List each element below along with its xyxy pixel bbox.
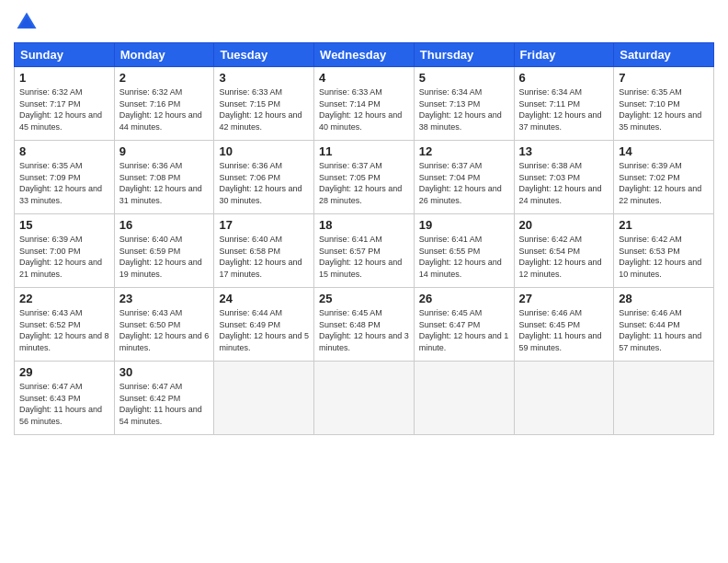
cell-details: Sunrise: 6:35 AMSunset: 7:09 PMDaylight:… — [19, 161, 102, 205]
day-number: 26 — [419, 292, 509, 305]
calendar-cell: 11 Sunrise: 6:37 AMSunset: 7:05 PMDaylig… — [314, 141, 415, 214]
calendar-week-2: 8 Sunrise: 6:35 AMSunset: 7:09 PMDayligh… — [15, 141, 714, 214]
calendar-cell: 24 Sunrise: 6:44 AMSunset: 6:49 PMDaylig… — [214, 288, 314, 362]
day-number: 11 — [319, 144, 409, 158]
cell-details: Sunrise: 6:47 AMSunset: 6:42 PMDaylight:… — [119, 382, 202, 426]
cell-details: Sunrise: 6:47 AMSunset: 6:43 PMDaylight:… — [19, 382, 102, 426]
logo-icon — [14, 9, 40, 35]
calendar-cell: 20 Sunrise: 6:42 AMSunset: 6:54 PMDaylig… — [514, 214, 614, 288]
cell-details: Sunrise: 6:36 AMSunset: 7:06 PMDaylight:… — [219, 161, 301, 205]
day-number: 4 — [319, 71, 409, 85]
day-number: 20 — [519, 218, 609, 232]
calendar-cell: 29 Sunrise: 6:47 AMSunset: 6:43 PMDaylig… — [15, 362, 115, 435]
day-number: 9 — [119, 144, 210, 158]
cell-details: Sunrise: 6:35 AMSunset: 7:10 PMDaylight:… — [619, 87, 701, 132]
calendar-cell: 3 Sunrise: 6:33 AMSunset: 7:15 PMDayligh… — [214, 67, 314, 141]
cell-details: Sunrise: 6:38 AMSunset: 7:03 PMDaylight:… — [519, 161, 602, 205]
day-number: 10 — [219, 144, 309, 158]
day-number: 13 — [519, 144, 609, 158]
day-number: 2 — [119, 71, 210, 85]
calendar-cell: 30 Sunrise: 6:47 AMSunset: 6:42 PMDaylig… — [114, 362, 214, 435]
cell-details: Sunrise: 6:44 AMSunset: 6:49 PMDaylight:… — [219, 308, 309, 352]
day-number: 7 — [619, 71, 709, 85]
calendar-cell: 16 Sunrise: 6:40 AMSunset: 6:59 PMDaylig… — [114, 214, 214, 288]
day-number: 29 — [19, 365, 109, 379]
day-number: 14 — [619, 144, 709, 158]
calendar-week-4: 22 Sunrise: 6:43 AMSunset: 6:52 PMDaylig… — [15, 288, 714, 362]
day-number: 12 — [419, 144, 509, 158]
cell-details: Sunrise: 6:42 AMSunset: 6:53 PMDaylight:… — [619, 235, 701, 279]
calendar-cell — [414, 362, 514, 435]
cell-details: Sunrise: 6:39 AMSunset: 7:02 PMDaylight:… — [619, 161, 701, 205]
calendar-cell: 4 Sunrise: 6:33 AMSunset: 7:14 PMDayligh… — [314, 67, 415, 141]
calendar-cell: 22 Sunrise: 6:43 AMSunset: 6:52 PMDaylig… — [15, 288, 115, 362]
calendar-cell — [614, 362, 714, 435]
calendar-cell: 28 Sunrise: 6:46 AMSunset: 6:44 PMDaylig… — [614, 288, 714, 362]
day-header-friday: Friday — [514, 43, 614, 67]
header — [14, 9, 714, 35]
day-number: 16 — [119, 218, 210, 232]
calendar-cell: 25 Sunrise: 6:45 AMSunset: 6:48 PMDaylig… — [314, 288, 415, 362]
cell-details: Sunrise: 6:45 AMSunset: 6:48 PMDaylight:… — [319, 308, 409, 352]
calendar-cell: 12 Sunrise: 6:37 AMSunset: 7:04 PMDaylig… — [414, 141, 514, 214]
cell-details: Sunrise: 6:34 AMSunset: 7:11 PMDaylight:… — [519, 87, 602, 132]
cell-details: Sunrise: 6:40 AMSunset: 6:58 PMDaylight:… — [219, 235, 301, 279]
day-number: 8 — [19, 144, 109, 158]
calendar-cell: 27 Sunrise: 6:46 AMSunset: 6:45 PMDaylig… — [514, 288, 614, 362]
day-number: 30 — [119, 365, 210, 379]
calendar-cell: 1 Sunrise: 6:32 AMSunset: 7:17 PMDayligh… — [15, 67, 115, 141]
day-number: 17 — [219, 218, 309, 232]
calendar-week-3: 15 Sunrise: 6:39 AMSunset: 7:00 PMDaylig… — [15, 214, 714, 288]
day-number: 18 — [319, 218, 409, 232]
cell-details: Sunrise: 6:37 AMSunset: 7:05 PMDaylight:… — [319, 161, 402, 205]
day-header-thursday: Thursday — [414, 43, 514, 67]
calendar-week-1: 1 Sunrise: 6:32 AMSunset: 7:17 PMDayligh… — [15, 67, 714, 141]
cell-details: Sunrise: 6:45 AMSunset: 6:47 PMDaylight:… — [419, 308, 509, 352]
day-number: 25 — [319, 292, 409, 305]
day-header-tuesday: Tuesday — [214, 43, 314, 67]
day-number: 3 — [219, 71, 309, 85]
day-number: 21 — [619, 218, 709, 232]
calendar-week-5: 29 Sunrise: 6:47 AMSunset: 6:43 PMDaylig… — [15, 362, 714, 435]
calendar-cell: 23 Sunrise: 6:43 AMSunset: 6:50 PMDaylig… — [114, 288, 214, 362]
logo — [14, 9, 43, 35]
calendar-cell: 9 Sunrise: 6:36 AMSunset: 7:08 PMDayligh… — [114, 141, 214, 214]
calendar-cell: 5 Sunrise: 6:34 AMSunset: 7:13 PMDayligh… — [414, 67, 514, 141]
calendar-cell: 19 Sunrise: 6:41 AMSunset: 6:55 PMDaylig… — [414, 214, 514, 288]
calendar-cell: 8 Sunrise: 6:35 AMSunset: 7:09 PMDayligh… — [15, 141, 115, 214]
cell-details: Sunrise: 6:42 AMSunset: 6:54 PMDaylight:… — [519, 235, 602, 279]
calendar-cell: 13 Sunrise: 6:38 AMSunset: 7:03 PMDaylig… — [514, 141, 614, 214]
day-header-monday: Monday — [114, 43, 214, 67]
day-number: 6 — [519, 71, 609, 85]
calendar-cell — [514, 362, 614, 435]
page: SundayMondayTuesdayWednesdayThursdayFrid… — [0, 0, 728, 563]
cell-details: Sunrise: 6:32 AMSunset: 7:17 PMDaylight:… — [19, 87, 102, 132]
cell-details: Sunrise: 6:46 AMSunset: 6:45 PMDaylight:… — [519, 308, 602, 352]
day-number: 1 — [19, 71, 109, 85]
calendar-cell: 15 Sunrise: 6:39 AMSunset: 7:00 PMDaylig… — [15, 214, 115, 288]
day-number: 24 — [219, 292, 309, 305]
cell-details: Sunrise: 6:32 AMSunset: 7:16 PMDaylight:… — [119, 87, 202, 132]
calendar-cell: 2 Sunrise: 6:32 AMSunset: 7:16 PMDayligh… — [114, 67, 214, 141]
calendar-cell — [214, 362, 314, 435]
calendar-cell: 18 Sunrise: 6:41 AMSunset: 6:57 PMDaylig… — [314, 214, 415, 288]
calendar-cell: 14 Sunrise: 6:39 AMSunset: 7:02 PMDaylig… — [614, 141, 714, 214]
calendar-cell: 7 Sunrise: 6:35 AMSunset: 7:10 PMDayligh… — [614, 67, 714, 141]
cell-details: Sunrise: 6:41 AMSunset: 6:57 PMDaylight:… — [319, 235, 402, 279]
day-number: 28 — [619, 292, 709, 305]
calendar-cell: 10 Sunrise: 6:36 AMSunset: 7:06 PMDaylig… — [214, 141, 314, 214]
day-header-wednesday: Wednesday — [314, 43, 415, 67]
day-number: 19 — [419, 218, 509, 232]
cell-details: Sunrise: 6:46 AMSunset: 6:44 PMDaylight:… — [619, 308, 701, 352]
calendar-cell: 6 Sunrise: 6:34 AMSunset: 7:11 PMDayligh… — [514, 67, 614, 141]
calendar-cell: 17 Sunrise: 6:40 AMSunset: 6:58 PMDaylig… — [214, 214, 314, 288]
cell-details: Sunrise: 6:37 AMSunset: 7:04 PMDaylight:… — [419, 161, 502, 205]
cell-details: Sunrise: 6:33 AMSunset: 7:15 PMDaylight:… — [219, 87, 301, 132]
day-number: 23 — [119, 292, 210, 305]
cell-details: Sunrise: 6:34 AMSunset: 7:13 PMDaylight:… — [419, 87, 502, 132]
cell-details: Sunrise: 6:40 AMSunset: 6:59 PMDaylight:… — [119, 235, 202, 279]
day-number: 5 — [419, 71, 509, 85]
calendar-cell — [314, 362, 415, 435]
day-number: 27 — [519, 292, 609, 305]
cell-details: Sunrise: 6:33 AMSunset: 7:14 PMDaylight:… — [319, 87, 402, 132]
